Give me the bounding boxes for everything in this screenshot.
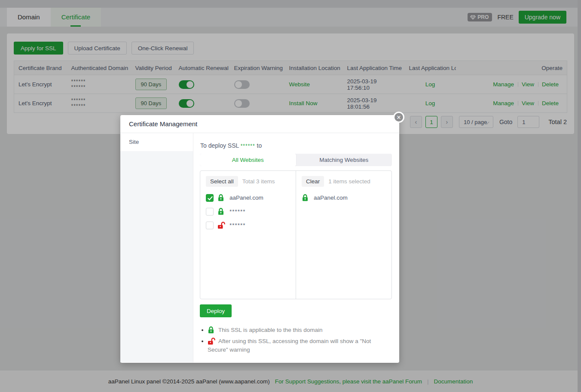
- lock-icon: [302, 194, 310, 201]
- website-checkbox[interactable]: [206, 222, 214, 229]
- source-summary: Total 3 items: [242, 178, 275, 185]
- list-item[interactable]: ******: [206, 221, 290, 230]
- deploy-button[interactable]: Deploy: [200, 304, 232, 317]
- website-transfer: Select all Total 3 items aaPanel.com: [200, 170, 392, 299]
- unlock-icon: [208, 337, 216, 345]
- note-secure: This SSL is applicable to the this domai…: [200, 326, 390, 334]
- ssl-notes: This SSL is applicable to the this domai…: [200, 326, 390, 354]
- bullet-icon: [202, 329, 203, 331]
- unlock-icon: [217, 222, 226, 229]
- tab-all-websites[interactable]: All Websites: [200, 154, 296, 166]
- deploy-ssl-line: To deploy SSL ****** to: [200, 142, 392, 149]
- list-item[interactable]: aaPanel.com: [206, 193, 290, 202]
- certificate-management-modal: ✕ Certificate Management Site To deploy …: [120, 115, 399, 363]
- sidebar-item-site[interactable]: Site: [120, 133, 193, 151]
- modal-sidebar: Site: [120, 133, 193, 362]
- transfer-source-panel: Select all Total 3 items aaPanel.com: [200, 171, 296, 299]
- lock-icon: [217, 194, 226, 201]
- list-item: aaPanel.com: [302, 193, 386, 202]
- modal-title: Certificate Management: [120, 115, 399, 133]
- website-checkbox[interactable]: [206, 208, 214, 216]
- lock-icon: [217, 208, 226, 215]
- note-insecure: After using this SSL, accessing the doma…: [200, 337, 390, 354]
- close-icon[interactable]: ✕: [393, 112, 404, 123]
- lock-icon: [208, 326, 216, 334]
- select-all-button[interactable]: Select all: [206, 176, 238, 187]
- website-checkbox[interactable]: [206, 194, 214, 202]
- target-summary: 1 items selected: [328, 178, 370, 185]
- transfer-target-panel: Clear 1 items selected aaPanel.com: [296, 171, 391, 299]
- clear-button[interactable]: Clear: [302, 176, 324, 187]
- ssl-name: ******: [241, 143, 255, 149]
- list-item[interactable]: ******: [206, 207, 290, 216]
- website-filter-tabs: All Websites Matching Websites: [200, 154, 392, 166]
- bullet-icon: [202, 340, 203, 342]
- tab-matching-websites[interactable]: Matching Websites: [296, 154, 392, 166]
